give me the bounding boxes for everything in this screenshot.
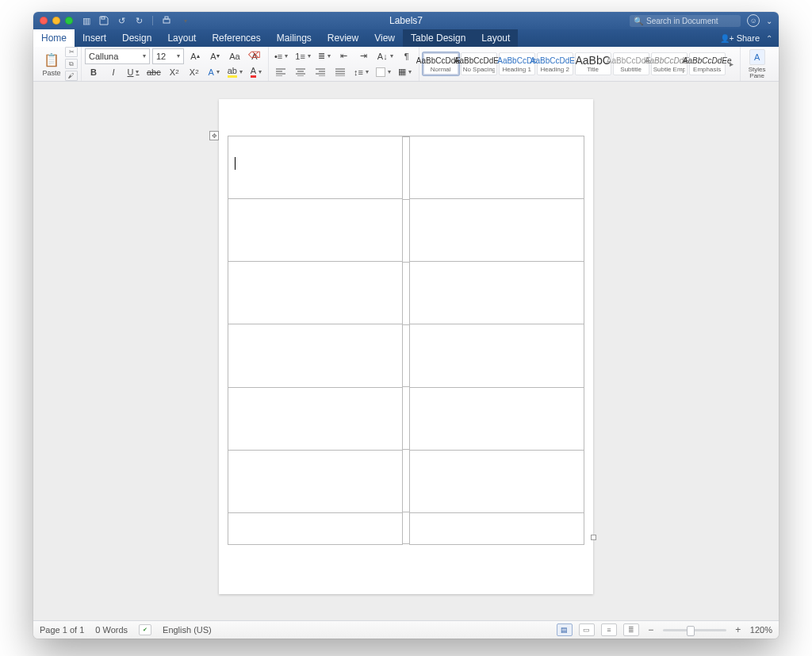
label-cell[interactable] <box>228 387 403 451</box>
italic-button[interactable]: I <box>105 65 122 79</box>
label-cell[interactable] <box>409 324 584 387</box>
font-name-select[interactable]: Calluna <box>85 48 150 64</box>
table-resize-handle-icon[interactable] <box>591 535 596 540</box>
search-input[interactable]: 🔍 Search in Document <box>630 15 741 27</box>
text-cursor <box>235 157 236 170</box>
outline-view-icon[interactable]: ≡ <box>601 623 617 636</box>
label-cell[interactable] <box>409 450 584 513</box>
tab-view[interactable]: View <box>366 29 403 47</box>
language-status[interactable]: English (US) <box>163 625 212 635</box>
styles-more-icon[interactable]: ▸ <box>727 52 737 75</box>
tab-references[interactable]: References <box>204 29 268 47</box>
zoom-level[interactable]: 120% <box>750 625 772 635</box>
spellcheck-icon[interactable]: ✔ <box>139 624 151 635</box>
change-case-icon[interactable]: Aa <box>226 49 243 63</box>
page-number-status[interactable]: Page 1 of 1 <box>40 625 84 635</box>
tab-home[interactable]: Home <box>33 29 75 47</box>
style-subtle-emph-[interactable]: AaBbCcDdEeSubtle Emph... <box>651 52 688 75</box>
feedback-icon[interactable]: ☺ <box>747 14 760 27</box>
save-icon[interactable] <box>98 15 109 26</box>
clear-formatting-icon[interactable]: A⌫ <box>246 49 263 63</box>
table-move-handle-icon[interactable]: ✥ <box>209 131 219 140</box>
style-emphasis[interactable]: AaBbCcDdEeEmphasis <box>689 52 726 75</box>
tab-table-design[interactable]: Table Design <box>403 29 473 47</box>
paste-button[interactable]: 📋 Paste <box>40 52 63 77</box>
label-cell[interactable] <box>228 136 403 199</box>
style-title[interactable]: AaBbCTitle <box>575 52 611 75</box>
superscript-button[interactable]: X2 <box>186 65 203 79</box>
print-layout-view-icon[interactable]: ▤ <box>557 623 573 636</box>
style-normal[interactable]: AaBbCcDdEeNormal <box>423 52 459 75</box>
document-area[interactable]: ✥ <box>33 82 779 620</box>
bullets-icon[interactable]: •≡ <box>272 49 290 63</box>
show-marks-icon[interactable]: ¶ <box>398 49 416 63</box>
svg-rect-2 <box>165 17 168 19</box>
strikethrough-button[interactable]: abc <box>144 65 163 79</box>
decrease-indent-icon[interactable]: ⇤ <box>335 49 353 63</box>
numbering-icon[interactable]: 1≡ <box>293 49 313 63</box>
style-subtitle[interactable]: AaBbCcDdEeSubtitle <box>613 52 649 75</box>
label-cell[interactable] <box>409 261 584 324</box>
label-cell[interactable] <box>228 512 403 545</box>
font-size-select[interactable]: 12 <box>152 48 184 64</box>
style-heading-1[interactable]: AaBbCcDcHeading 1 <box>499 52 535 75</box>
label-cell[interactable] <box>409 198 584 262</box>
justify-icon[interactable] <box>331 65 349 79</box>
style-no-spacing[interactable]: AaBbCcDdEeNo Spacing <box>461 52 497 75</box>
label-cell[interactable] <box>409 387 584 451</box>
label-cell[interactable] <box>228 261 403 324</box>
minimize-window-button[interactable] <box>52 17 60 25</box>
sort-icon[interactable]: A↓ <box>375 49 396 63</box>
highlight-color-icon[interactable]: ab <box>225 65 245 79</box>
label-cell[interactable] <box>228 198 403 262</box>
cut-icon[interactable]: ✂ <box>65 47 78 57</box>
zoom-in-button[interactable]: + <box>733 624 744 635</box>
increase-indent-icon[interactable]: ⇥ <box>355 49 373 63</box>
shrink-font-icon[interactable]: A▾ <box>206 49 224 63</box>
align-left-icon[interactable] <box>272 65 289 79</box>
undo-icon[interactable]: ↺ <box>116 15 127 26</box>
qat-customize-icon[interactable] <box>178 15 190 26</box>
font-color-icon[interactable]: A <box>247 65 265 79</box>
tab-mailings[interactable]: Mailings <box>269 29 320 47</box>
text-effects-icon[interactable]: A <box>205 65 223 79</box>
label-cell[interactable] <box>228 450 403 513</box>
tab-insert[interactable]: Insert <box>75 29 114 47</box>
subscript-button[interactable]: X2 <box>166 65 183 79</box>
bold-button[interactable]: B <box>85 65 102 79</box>
close-window-button[interactable] <box>40 17 48 25</box>
web-layout-view-icon[interactable]: ▭ <box>579 623 595 636</box>
toggle-ribbon-icon[interactable]: ▥ <box>81 15 92 26</box>
tab-table-layout[interactable]: Layout <box>473 29 518 47</box>
label-cell[interactable] <box>228 324 403 387</box>
style-heading-2[interactable]: AaBbCcDdEeHeading 2 <box>537 52 573 75</box>
shading-icon[interactable] <box>373 65 393 79</box>
tab-layout[interactable]: Layout <box>159 29 204 47</box>
titlebar-options-icon[interactable]: ⌄ <box>766 17 772 25</box>
collapse-ribbon-icon[interactable]: ⌃ <box>766 34 772 43</box>
label-table[interactable] <box>228 136 584 544</box>
redo-icon[interactable]: ↻ <box>133 15 144 26</box>
zoom-out-button[interactable]: − <box>645 624 657 635</box>
print-icon[interactable] <box>161 15 172 26</box>
line-spacing-icon[interactable]: ↕≡ <box>351 65 371 79</box>
styles-pane-button[interactable]: A Styles Pane <box>744 49 771 79</box>
zoom-slider[interactable] <box>663 629 726 631</box>
label-cell[interactable] <box>409 512 584 545</box>
label-cell[interactable] <box>409 136 584 199</box>
grow-font-icon[interactable]: A▴ <box>186 49 204 63</box>
format-painter-icon[interactable]: 🖌 <box>65 71 78 81</box>
tab-review[interactable]: Review <box>320 29 366 47</box>
word-count-status[interactable]: 0 Words <box>95 625 128 635</box>
multilevel-list-icon[interactable]: ≣ <box>316 49 333 63</box>
zoom-slider-thumb[interactable] <box>687 626 695 636</box>
tab-design[interactable]: Design <box>114 29 159 47</box>
align-center-icon[interactable] <box>292 65 309 79</box>
copy-icon[interactable]: ⧉ <box>65 59 78 69</box>
share-button[interactable]: Share <box>720 33 760 43</box>
align-right-icon[interactable] <box>312 65 329 79</box>
borders-icon[interactable]: ▦ <box>396 65 414 79</box>
zoom-window-button[interactable] <box>65 17 73 25</box>
underline-button[interactable]: U <box>124 65 142 79</box>
draft-view-icon[interactable]: ≣ <box>623 623 639 636</box>
